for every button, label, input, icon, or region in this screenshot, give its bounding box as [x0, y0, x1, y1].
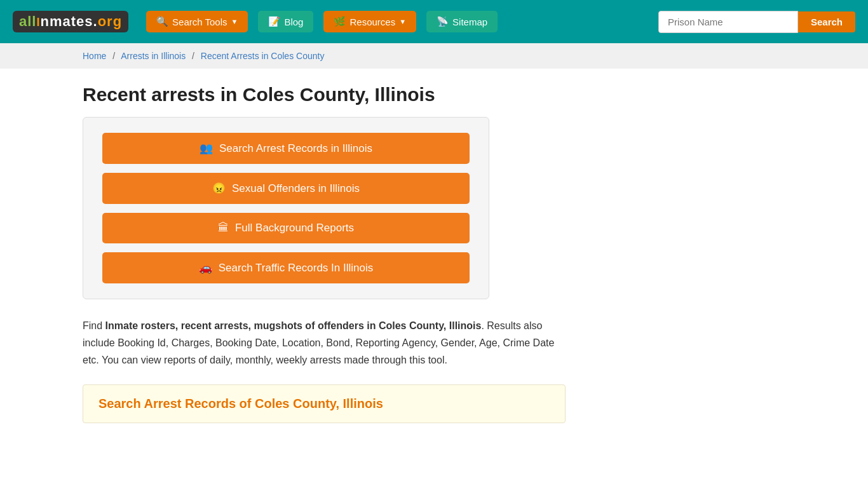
sitemap-label: Sitemap	[452, 17, 487, 27]
resources-arrow-icon: ▼	[399, 18, 406, 25]
action-card: 👥 Search Arrest Records in Illinois 😠 Se…	[83, 117, 489, 299]
blog-label: Blog	[284, 17, 303, 27]
background-reports-label: Full Background Reports	[235, 222, 354, 234]
traffic-records-button[interactable]: 🚗 Search Traffic Records In Illinois	[102, 252, 470, 283]
sexual-offenders-button[interactable]: 😠 Sexual Offenders in Illinois	[102, 173, 470, 204]
prison-search-input[interactable]	[658, 11, 798, 33]
search-arrests-button[interactable]: 👥 Search Arrest Records in Illinois	[102, 133, 470, 164]
resources-label: Resources	[349, 17, 395, 27]
logo[interactable]: allInmates.org	[13, 11, 128, 32]
sitemap-icon: 📡	[437, 16, 449, 27]
prison-search-button[interactable]: Search	[798, 11, 855, 32]
breadcrumb-home[interactable]: Home	[83, 51, 106, 61]
search-tools-button[interactable]: 🔍 Search Tools ▼	[146, 11, 248, 32]
prison-search-label: Search	[811, 17, 843, 27]
breadcrumb-sep-2: /	[192, 51, 194, 61]
search-arrests-icon: 👥	[200, 142, 213, 155]
search-tools-icon: 🔍	[156, 16, 168, 27]
header-search: Search	[658, 11, 855, 33]
arrest-search-title: Search Arrest Records of Coles County, I…	[98, 396, 550, 411]
background-reports-button[interactable]: 🏛 Full Background Reports	[102, 213, 470, 243]
search-arrests-label: Search Arrest Records in Illinois	[219, 142, 372, 155]
breadcrumb-current: Recent Arrests in Coles County	[201, 51, 325, 61]
breadcrumb-arrests-illinois[interactable]: Arrests in Illinois	[121, 51, 186, 61]
description-intro: Find	[83, 320, 105, 331]
search-tools-label: Search Tools	[172, 17, 227, 27]
description: Find Inmate rosters, recent arrests, mug…	[83, 317, 566, 369]
traffic-records-icon: 🚗	[199, 261, 212, 274]
page-title: Recent arrests in Coles County, Illinois	[83, 84, 785, 105]
header: allInmates.org 🔍 Search Tools ▼ 📝 Blog 🌿…	[0, 0, 868, 43]
sitemap-button[interactable]: 📡 Sitemap	[426, 11, 498, 32]
traffic-records-label: Search Traffic Records In Illinois	[219, 262, 373, 274]
blog-icon: 📝	[268, 16, 280, 27]
background-reports-icon: 🏛	[218, 222, 229, 234]
blog-button[interactable]: 📝 Blog	[258, 11, 313, 32]
description-bold: Inmate rosters, recent arrests, mugshots…	[105, 320, 482, 331]
search-tools-arrow-icon: ▼	[231, 18, 238, 25]
resources-button[interactable]: 🌿 Resources ▼	[323, 11, 416, 32]
resources-icon: 🌿	[334, 16, 346, 27]
sexual-offenders-label: Sexual Offenders in Illinois	[232, 182, 360, 195]
logo-text: allInmates.org	[19, 13, 122, 30]
main-content: Recent arrests in Coles County, Illinois…	[0, 69, 868, 438]
breadcrumb: Home / Arrests in Illinois / Recent Arre…	[0, 43, 868, 69]
breadcrumb-sep-1: /	[112, 51, 115, 61]
sexual-offenders-icon: 😠	[212, 182, 226, 195]
arrest-search-section: Search Arrest Records of Coles County, I…	[83, 384, 566, 423]
